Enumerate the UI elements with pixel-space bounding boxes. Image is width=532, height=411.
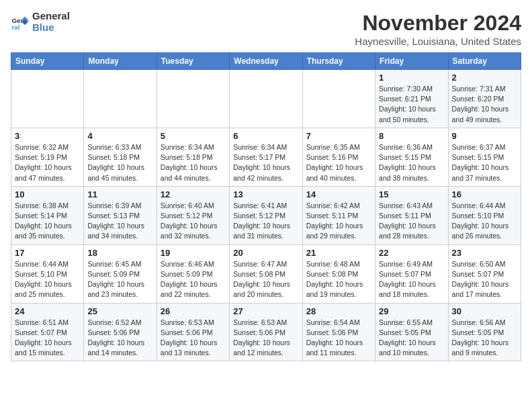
day-number: 1	[379, 73, 444, 83]
calendar-cell: 25Sunrise: 6:52 AM Sunset: 5:06 PM Dayli…	[84, 303, 157, 361]
day-number: 8	[379, 131, 444, 141]
calendar-cell: 22Sunrise: 6:49 AM Sunset: 5:07 PM Dayli…	[375, 244, 448, 303]
day-info: Sunrise: 6:39 AM Sunset: 5:13 PM Dayligh…	[87, 201, 152, 242]
day-info: Sunrise: 6:56 AM Sunset: 5:05 PM Dayligh…	[452, 318, 517, 359]
logo-icon: Gene ral	[11, 13, 30, 32]
day-number: 6	[233, 131, 298, 141]
day-number: 13	[233, 189, 298, 199]
day-info: Sunrise: 6:44 AM Sunset: 5:10 PM Dayligh…	[452, 201, 517, 242]
day-info: Sunrise: 6:33 AM Sunset: 5:18 PM Dayligh…	[87, 142, 152, 183]
day-number: 29	[379, 306, 444, 316]
calendar-cell	[157, 70, 229, 128]
day-number: 21	[306, 248, 371, 258]
day-number: 17	[15, 248, 80, 258]
day-info: Sunrise: 6:50 AM Sunset: 5:07 PM Dayligh…	[452, 259, 517, 300]
calendar-cell: 24Sunrise: 6:51 AM Sunset: 5:07 PM Dayli…	[11, 303, 84, 361]
calendar-cell: 13Sunrise: 6:41 AM Sunset: 5:12 PM Dayli…	[230, 186, 302, 244]
logo: Gene ral General Blue	[11, 11, 70, 33]
calendar-cell: 2Sunrise: 7:31 AM Sunset: 6:20 PM Daylig…	[448, 70, 521, 128]
day-number: 15	[379, 189, 444, 199]
weekday-header: Monday	[84, 53, 157, 70]
day-number: 27	[233, 306, 298, 316]
month-title: November 2024	[355, 11, 521, 36]
calendar-cell	[230, 70, 302, 128]
day-number: 7	[306, 131, 371, 141]
day-info: Sunrise: 6:40 AM Sunset: 5:12 PM Dayligh…	[161, 201, 226, 242]
calendar-cell: 6Sunrise: 6:34 AM Sunset: 5:17 PM Daylig…	[230, 128, 302, 186]
calendar-week-row: 3Sunrise: 6:32 AM Sunset: 5:19 PM Daylig…	[11, 128, 521, 186]
header: Gene ral General Blue November 2024 Hayn…	[11, 11, 521, 47]
calendar-cell: 3Sunrise: 6:32 AM Sunset: 5:19 PM Daylig…	[11, 128, 84, 186]
day-info: Sunrise: 6:55 AM Sunset: 5:05 PM Dayligh…	[379, 318, 444, 359]
day-number: 26	[161, 306, 226, 316]
day-info: Sunrise: 6:42 AM Sunset: 5:11 PM Dayligh…	[306, 201, 371, 242]
day-number: 14	[306, 189, 371, 199]
logo-line1: General	[32, 11, 70, 22]
day-number: 12	[161, 189, 226, 199]
day-info: Sunrise: 6:44 AM Sunset: 5:10 PM Dayligh…	[15, 259, 80, 300]
day-info: Sunrise: 6:32 AM Sunset: 5:19 PM Dayligh…	[15, 142, 80, 183]
calendar-cell	[11, 70, 84, 128]
calendar-week-row: 1Sunrise: 7:30 AM Sunset: 6:21 PM Daylig…	[11, 70, 521, 128]
day-info: Sunrise: 6:53 AM Sunset: 5:06 PM Dayligh…	[233, 318, 298, 359]
calendar-cell: 7Sunrise: 6:35 AM Sunset: 5:16 PM Daylig…	[302, 128, 375, 186]
day-info: Sunrise: 6:53 AM Sunset: 5:06 PM Dayligh…	[161, 318, 226, 359]
svg-text:ral: ral	[11, 24, 19, 31]
calendar-cell: 26Sunrise: 6:53 AM Sunset: 5:06 PM Dayli…	[157, 303, 229, 361]
day-number: 23	[452, 248, 517, 258]
day-number: 11	[87, 189, 152, 199]
calendar-cell: 20Sunrise: 6:47 AM Sunset: 5:08 PM Dayli…	[230, 244, 302, 303]
day-info: Sunrise: 6:34 AM Sunset: 5:17 PM Dayligh…	[233, 142, 298, 183]
calendar-week-row: 24Sunrise: 6:51 AM Sunset: 5:07 PM Dayli…	[11, 303, 521, 361]
title-area: November 2024 Haynesville, Louisiana, Un…	[355, 11, 521, 47]
calendar-cell	[302, 70, 375, 128]
calendar: SundayMondayTuesdayWednesdayThursdayFrid…	[11, 52, 521, 361]
calendar-header-row: SundayMondayTuesdayWednesdayThursdayFrid…	[11, 53, 521, 70]
day-number: 10	[15, 189, 80, 199]
day-number: 19	[161, 248, 226, 258]
day-info: Sunrise: 6:45 AM Sunset: 5:09 PM Dayligh…	[87, 259, 152, 300]
calendar-week-row: 17Sunrise: 6:44 AM Sunset: 5:10 PM Dayli…	[11, 244, 521, 303]
calendar-cell: 29Sunrise: 6:55 AM Sunset: 5:05 PM Dayli…	[375, 303, 448, 361]
location: Haynesville, Louisiana, United States	[355, 36, 521, 47]
day-number: 30	[452, 306, 517, 316]
calendar-cell: 10Sunrise: 6:38 AM Sunset: 5:14 PM Dayli…	[11, 186, 84, 244]
day-info: Sunrise: 6:51 AM Sunset: 5:07 PM Dayligh…	[15, 318, 80, 359]
logo-line2: Blue	[32, 22, 70, 34]
day-number: 20	[233, 248, 298, 258]
day-info: Sunrise: 6:37 AM Sunset: 5:15 PM Dayligh…	[452, 142, 517, 183]
day-info: Sunrise: 6:43 AM Sunset: 5:11 PM Dayligh…	[379, 201, 444, 242]
day-info: Sunrise: 7:31 AM Sunset: 6:20 PM Dayligh…	[452, 84, 517, 125]
calendar-cell: 12Sunrise: 6:40 AM Sunset: 5:12 PM Dayli…	[157, 186, 229, 244]
day-info: Sunrise: 6:54 AM Sunset: 5:06 PM Dayligh…	[306, 318, 371, 359]
day-number: 24	[15, 306, 80, 316]
day-info: Sunrise: 6:36 AM Sunset: 5:15 PM Dayligh…	[379, 142, 444, 183]
calendar-cell: 17Sunrise: 6:44 AM Sunset: 5:10 PM Dayli…	[11, 244, 84, 303]
weekday-header: Sunday	[11, 53, 84, 70]
day-info: Sunrise: 6:49 AM Sunset: 5:07 PM Dayligh…	[379, 259, 444, 300]
calendar-cell: 15Sunrise: 6:43 AM Sunset: 5:11 PM Dayli…	[375, 186, 448, 244]
day-info: Sunrise: 6:52 AM Sunset: 5:06 PM Dayligh…	[87, 318, 152, 359]
weekday-header: Tuesday	[157, 53, 229, 70]
day-info: Sunrise: 7:30 AM Sunset: 6:21 PM Dayligh…	[379, 84, 444, 125]
day-info: Sunrise: 6:46 AM Sunset: 5:09 PM Dayligh…	[161, 259, 226, 300]
day-number: 16	[452, 189, 517, 199]
weekday-header: Saturday	[448, 53, 521, 70]
calendar-cell: 4Sunrise: 6:33 AM Sunset: 5:18 PM Daylig…	[84, 128, 157, 186]
calendar-cell: 27Sunrise: 6:53 AM Sunset: 5:06 PM Dayli…	[230, 303, 302, 361]
calendar-cell: 8Sunrise: 6:36 AM Sunset: 5:15 PM Daylig…	[375, 128, 448, 186]
calendar-cell: 9Sunrise: 6:37 AM Sunset: 5:15 PM Daylig…	[448, 128, 521, 186]
weekday-header: Friday	[375, 53, 448, 70]
day-number: 25	[87, 306, 152, 316]
day-info: Sunrise: 6:35 AM Sunset: 5:16 PM Dayligh…	[306, 142, 371, 183]
calendar-cell: 28Sunrise: 6:54 AM Sunset: 5:06 PM Dayli…	[302, 303, 375, 361]
day-number: 18	[87, 248, 152, 258]
calendar-cell: 11Sunrise: 6:39 AM Sunset: 5:13 PM Dayli…	[84, 186, 157, 244]
day-number: 3	[15, 131, 80, 141]
day-number: 28	[306, 306, 371, 316]
day-info: Sunrise: 6:48 AM Sunset: 5:08 PM Dayligh…	[306, 259, 371, 300]
calendar-week-row: 10Sunrise: 6:38 AM Sunset: 5:14 PM Dayli…	[11, 186, 521, 244]
day-number: 22	[379, 248, 444, 258]
calendar-cell: 18Sunrise: 6:45 AM Sunset: 5:09 PM Dayli…	[84, 244, 157, 303]
calendar-cell	[84, 70, 157, 128]
